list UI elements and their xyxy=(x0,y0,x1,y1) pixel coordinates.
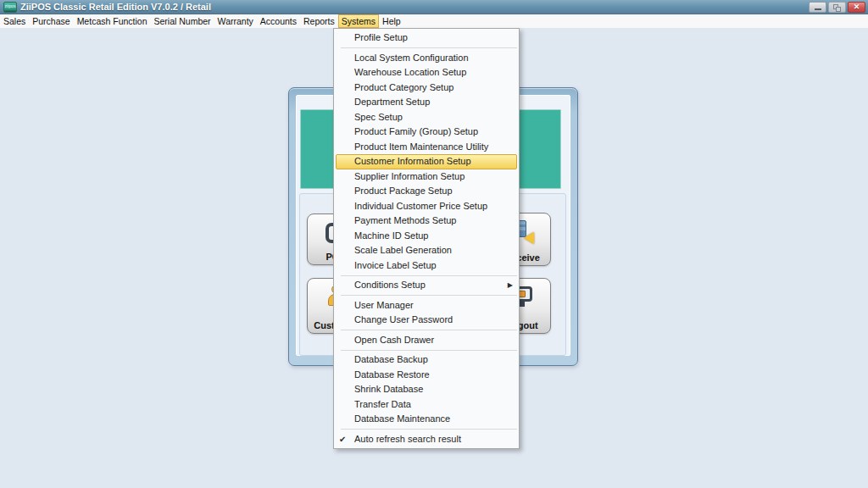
menu-item-warehouse-location-setup[interactable]: Warehouse Location Setup xyxy=(334,65,519,80)
menu-item-database-backup[interactable]: Database Backup xyxy=(334,352,519,368)
menubar-item-systems[interactable]: Systems xyxy=(338,14,379,28)
menu-item-machine-id-setup[interactable]: Machine ID Setup xyxy=(334,229,519,244)
systems-menu-dropdown: Profile Setup Local System Configuration… xyxy=(333,28,520,449)
menu-item-scale-label-generation[interactable]: Scale Label Generation xyxy=(334,243,519,258)
menubar-item-help[interactable]: Help xyxy=(379,14,404,28)
window-controls: ✕ xyxy=(809,2,865,13)
menu-separator xyxy=(341,330,517,330)
menu-separator xyxy=(341,295,517,296)
menu-item-product-package-setup[interactable]: Product Package Setup xyxy=(334,184,519,199)
menu-item-shrink-database[interactable]: Shrink Database xyxy=(334,382,519,397)
menu-separator xyxy=(341,350,517,351)
menu-item-profile-setup[interactable]: Profile Setup xyxy=(334,30,519,46)
menu-bar: Sales Purchase Metcash Function Serial N… xyxy=(0,14,868,28)
menu-item-conditions-setup[interactable]: Conditions Setup ▶ xyxy=(334,278,519,293)
minimize-icon xyxy=(815,8,821,10)
menu-item-spec-setup[interactable]: Spec Setup xyxy=(334,110,519,125)
close-button[interactable]: ✕ xyxy=(848,2,865,13)
check-icon: ✔ xyxy=(339,432,346,447)
app-icon: ziipos xyxy=(3,2,17,13)
menu-item-invoice-label-setup[interactable]: Invoice Label Setup xyxy=(334,258,519,274)
menu-item-auto-refresh-search-result[interactable]: ✔ Auto refresh search result xyxy=(334,432,519,447)
menu-item-product-item-maintenance-utility[interactable]: Product Item Maintenance Utility xyxy=(334,140,519,155)
menubar-item-serial-number[interactable]: Serial Number xyxy=(151,14,214,28)
menubar-item-reports[interactable]: Reports xyxy=(300,14,338,28)
menu-item-payment-methods-setup[interactable]: Payment Methods Setup xyxy=(334,214,519,229)
menu-item-customer-information-setup[interactable]: Customer Information Setup xyxy=(336,154,517,169)
menu-item-open-cash-drawer[interactable]: Open Cash Drawer xyxy=(334,333,519,348)
submenu-arrow-icon: ▶ xyxy=(508,278,513,293)
menu-item-department-setup[interactable]: Department Setup xyxy=(334,95,519,110)
menu-item-change-user-password[interactable]: Change User Password xyxy=(334,313,519,328)
menubar-item-warranty[interactable]: Warranty xyxy=(214,14,257,28)
menu-separator xyxy=(341,429,517,430)
menu-item-database-maintenance[interactable]: Database Maintenance xyxy=(334,412,519,427)
menubar-item-sales[interactable]: Sales xyxy=(0,14,29,28)
menu-item-supplier-information-setup[interactable]: Supplier Information Setup xyxy=(334,169,519,185)
window-title: ZiiPOS Classic Retail Edition V7.0.2 / R… xyxy=(20,0,211,14)
minimize-button[interactable] xyxy=(809,2,826,13)
menu-item-transfer-data[interactable]: Transfer Data xyxy=(334,397,519,413)
menu-item-individual-customer-price-setup[interactable]: Individual Customer Price Setup xyxy=(334,199,519,214)
menu-separator xyxy=(341,275,517,276)
menu-separator xyxy=(341,47,517,48)
menu-item-database-restore[interactable]: Database Restore xyxy=(334,368,519,383)
menu-item-product-category-setup[interactable]: Product Category Setup xyxy=(334,80,519,96)
menu-item-local-system-configuration[interactable]: Local System Configuration xyxy=(334,51,519,66)
menu-item-user-manager[interactable]: User Manager xyxy=(334,298,519,313)
title-bar: ziipos ZiiPOS Classic Retail Edition V7.… xyxy=(0,0,868,14)
menubar-item-purchase[interactable]: Purchase xyxy=(29,14,73,28)
menubar-item-accounts[interactable]: Accounts xyxy=(257,14,300,28)
menubar-item-metcash-function[interactable]: Metcash Function xyxy=(74,14,151,28)
menu-item-product-family-group-setup[interactable]: Product Family (Group) Setup xyxy=(334,125,519,140)
restore-button[interactable] xyxy=(828,2,846,13)
